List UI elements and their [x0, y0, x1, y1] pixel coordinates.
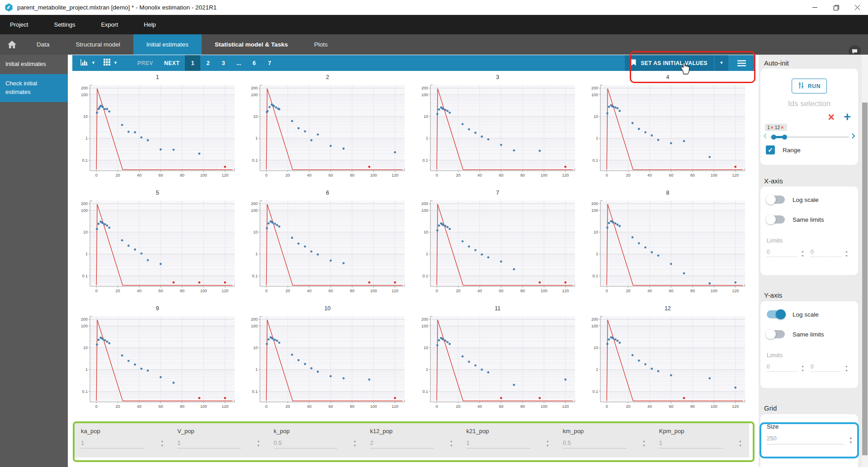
page-2[interactable]: 2	[200, 55, 216, 71]
menu-export[interactable]: Export	[101, 21, 118, 28]
param-stepper[interactable]: ▲▼	[739, 439, 742, 447]
param-value-input[interactable]: 1	[467, 439, 530, 448]
param-value-input[interactable]: 2	[370, 439, 434, 448]
param-value-input[interactable]: 1	[177, 439, 241, 448]
scrollbar-thumb[interactable]	[862, 103, 868, 455]
svg-text:1: 1	[85, 252, 88, 256]
minimize-button[interactable]	[804, 0, 826, 15]
ids-range-chip[interactable]: 1×12×	[765, 124, 787, 131]
menu-help[interactable]: Help	[144, 21, 156, 28]
page-7[interactable]: 7	[262, 55, 277, 71]
sidebar-item-check-initial-estimates[interactable]: Check initial estimates	[0, 74, 68, 102]
param-stepper[interactable]: ▲▼	[642, 439, 646, 447]
add-ids-icon[interactable]: +	[844, 112, 851, 122]
grid-size-label: Size	[767, 423, 778, 430]
param-stepper[interactable]: ▲▼	[257, 439, 260, 447]
param-value-input[interactable]: 0.5	[274, 439, 337, 448]
plot-title-2: 2	[326, 74, 329, 82]
menu-icon[interactable]	[737, 60, 746, 66]
page-6[interactable]: 6	[246, 55, 262, 71]
grid-size-stepper[interactable]: ▲▼	[849, 436, 853, 444]
param-stepper[interactable]: ▲▼	[353, 439, 356, 447]
svg-text:0.1: 0.1	[252, 274, 258, 278]
set-as-initial-values-label: SET AS INITIAL VALUES	[641, 60, 708, 66]
y-same-toggle[interactable]	[767, 330, 785, 338]
grid-layout-dropdown[interactable]: ▼	[104, 59, 118, 67]
y-min-stepper[interactable]: ▲▼	[801, 364, 804, 372]
home-icon[interactable]	[0, 34, 24, 55]
svg-text:10: 10	[594, 230, 598, 234]
chevron-left-icon[interactable]	[763, 133, 767, 141]
individual-fit-plot-6[interactable]: 2001001010.1020406080100120	[246, 198, 408, 296]
svg-text:10: 10	[424, 114, 428, 119]
individual-fit-plot-1[interactable]: 2001001010.1020406080100120	[76, 82, 238, 181]
close-button[interactable]	[847, 0, 868, 15]
monolix-window: parent_metabolite_project.mlxtran [demo]…	[0, 0, 868, 467]
clear-ids-icon[interactable]: ×	[828, 112, 835, 122]
param-value-input[interactable]: 1	[659, 439, 723, 448]
bookmark-icon	[631, 59, 636, 67]
param-value-input[interactable]: 1	[81, 439, 145, 448]
param-stepper[interactable]: ▲▼	[160, 439, 164, 447]
remove-id-icon[interactable]: ×	[771, 125, 774, 130]
svg-text:200: 200	[421, 86, 428, 90]
tab-data[interactable]: Data	[24, 34, 63, 55]
menu-settings[interactable]: Settings	[54, 21, 75, 28]
remove-id-icon[interactable]: ×	[781, 125, 783, 130]
x-max-stepper[interactable]: ▲▼	[845, 250, 848, 257]
slider-handle-low[interactable]	[771, 135, 776, 140]
x-log-label: Log scale	[793, 196, 819, 203]
set-values-dropdown[interactable]: ▼	[715, 55, 728, 71]
param-stepper[interactable]: ▲▼	[450, 439, 453, 447]
individual-fit-plot-12[interactable]: 2001001010.1020406080100120	[587, 313, 749, 412]
individual-fit-plot-4[interactable]: 2001001010.1020406080100120	[587, 82, 749, 181]
tab-structural-model[interactable]: Structural model	[63, 34, 133, 55]
individual-fit-plot-3[interactable]: 2001001010.1020406080100120	[417, 82, 579, 181]
individual-fit-plot-2[interactable]: 2001001010.1020406080100120	[246, 82, 408, 181]
restore-button[interactable]	[826, 0, 847, 15]
page-3[interactable]: 3	[216, 55, 231, 71]
x-max-input[interactable]: 0	[811, 249, 841, 257]
x-min-input[interactable]: 0	[767, 249, 797, 257]
tab-initial-estimates[interactable]: Initial estimates	[133, 34, 202, 55]
set-as-initial-values-button[interactable]: SET AS INITIAL VALUES	[625, 55, 714, 71]
menu-project[interactable]: Project	[10, 21, 28, 28]
y-min-input[interactable]: 0	[767, 364, 797, 372]
next-page-button[interactable]: NEXT	[164, 60, 179, 66]
param-value-input[interactable]: 0.5	[563, 439, 627, 448]
svg-text:10: 10	[83, 230, 88, 234]
x-log-toggle[interactable]	[767, 196, 785, 204]
range-checkbox[interactable]: ✓	[766, 145, 775, 154]
y-max-stepper[interactable]: ▲▼	[845, 364, 848, 372]
tab-statistical-model-tasks[interactable]: Statistical model & Tasks	[202, 34, 301, 55]
plot-type-dropdown[interactable]: ▼	[80, 59, 95, 67]
x-same-toggle[interactable]	[767, 215, 785, 224]
y-log-toggle[interactable]	[767, 310, 785, 318]
sidebar-item-initial-estimates[interactable]: Initial estimates	[0, 55, 68, 74]
ids-range-slider[interactable]	[763, 133, 856, 140]
plot-cell-3: 32001001010.1020406080100120	[413, 71, 583, 187]
svg-text:100: 100	[200, 173, 207, 177]
tab-plots[interactable]: Plots	[301, 34, 341, 55]
individual-fit-plot-7[interactable]: 2001001010.1020406080100120	[417, 198, 579, 296]
svg-text:100: 100	[251, 324, 258, 328]
x-min-stepper[interactable]: ▲▼	[801, 250, 804, 257]
run-button[interactable]: RUN	[792, 79, 827, 93]
y-max-input[interactable]: 0	[811, 364, 841, 372]
individual-fit-plot-11[interactable]: 2001001010.1020406080100120	[417, 313, 579, 412]
individual-fit-plot-10[interactable]: 2001001010.1020406080100120	[246, 313, 408, 412]
individual-fit-plot-9[interactable]: 2001001010.1020406080100120	[76, 313, 238, 412]
param-stepper[interactable]: ▲▼	[546, 439, 549, 447]
chevron-right-icon[interactable]	[851, 133, 856, 141]
grid-size-input[interactable]: 250	[767, 435, 844, 444]
slider-handle-high[interactable]	[782, 135, 787, 140]
panel-scrollbar[interactable]	[862, 55, 868, 467]
svg-text:100: 100	[370, 404, 377, 409]
prev-page-button[interactable]: PREV	[137, 60, 153, 66]
page-ellipsis[interactable]: ...	[231, 55, 246, 71]
svg-text:0.1: 0.1	[252, 158, 258, 163]
page-1[interactable]: 1	[185, 55, 200, 71]
individual-fit-plot-5[interactable]: 2001001010.1020406080100120	[76, 198, 238, 296]
chevron-down-icon: ▼	[720, 61, 724, 65]
individual-fit-plot-8[interactable]: 2001001010.1020406080100120	[587, 198, 749, 296]
